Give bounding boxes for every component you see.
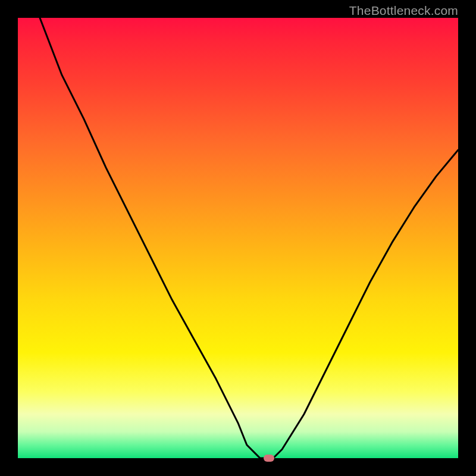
bottleneck-curve — [40, 18, 458, 458]
chart-frame: TheBottleneck.com — [0, 0, 476, 476]
plot-area — [18, 18, 458, 458]
watermark-text: TheBottleneck.com — [349, 4, 458, 18]
optimal-point-marker — [264, 455, 274, 462]
curve-svg — [18, 18, 458, 458]
